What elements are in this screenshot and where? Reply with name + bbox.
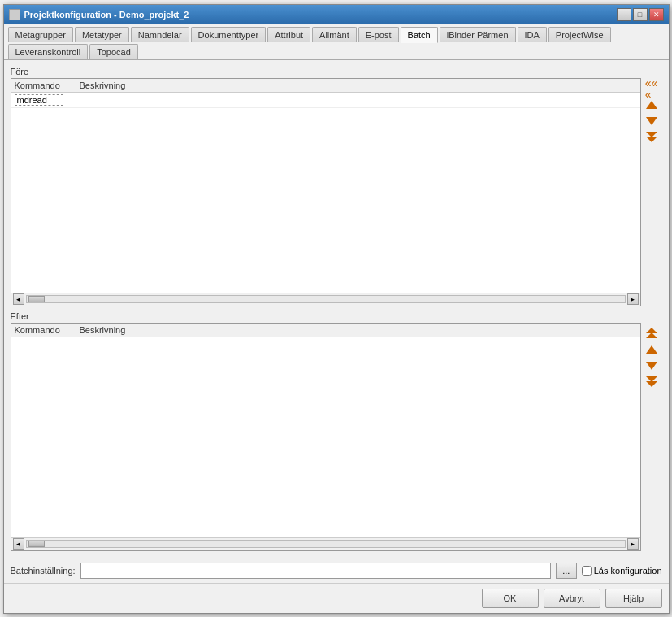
maximize-button[interactable]: □ (633, 8, 648, 21)
fore-hscroll-left[interactable]: ◄ (13, 293, 24, 305)
las-checkbox[interactable] (582, 566, 592, 576)
title-bar-left: Projektkonfiguration - Demo_projekt_2 (9, 9, 189, 20)
las-checkbox-area: Lås konfiguration (582, 566, 662, 576)
fore-row-beskrivning (76, 93, 640, 107)
efter-hscroll-thumb (28, 541, 45, 547)
table-row[interactable] (11, 93, 640, 108)
efter-arrow-bottom[interactable] (643, 375, 661, 389)
efter-hscroll-left[interactable]: ◄ (13, 538, 24, 550)
fore-arrow-bottom[interactable] (643, 130, 661, 145)
svg-marker-6 (646, 345, 657, 354)
fore-side-arrows: ««« (641, 78, 662, 306)
tab-epost[interactable]: E-post (358, 27, 399, 42)
efter-table-header: Kommando Beskrivning (11, 324, 640, 337)
fore-table-header: Kommando Beskrivning (11, 79, 640, 93)
browse-button[interactable]: ... (556, 563, 577, 579)
efter-col-kommando-header: Kommando (11, 324, 76, 337)
efter-hscroll-right[interactable]: ► (627, 538, 639, 550)
fore-col-kommando-header: Kommando (11, 79, 76, 92)
fore-arrow-down[interactable] (643, 114, 661, 128)
efter-col-beskrivning-header: Beskrivning (76, 324, 640, 337)
fore-hscroll-track[interactable] (26, 295, 626, 303)
fore-col-beskrivning-header: Beskrivning (76, 79, 640, 92)
efter-hscroll: ◄ ► (11, 537, 640, 550)
fore-arrow-top[interactable]: ««« (643, 81, 661, 96)
app-icon (9, 9, 20, 20)
efter-label: Efter (11, 311, 662, 321)
svg-marker-4 (646, 328, 657, 333)
tab-bar: Metagrupper Metatyper Namndelar Dokument… (4, 24, 669, 60)
tab-namndelar[interactable]: Namndelar (131, 27, 189, 42)
svg-marker-0 (646, 101, 657, 109)
svg-marker-7 (646, 362, 657, 370)
bottom-bar: Batchinställning: ... Lås konfiguration (4, 558, 669, 583)
fore-hscroll: ◄ ► (11, 293, 640, 306)
batch-input[interactable] (80, 563, 551, 579)
minimize-button[interactable]: ─ (617, 8, 631, 21)
svg-marker-2 (646, 132, 657, 137)
fore-hscroll-thumb (28, 296, 45, 302)
main-window: Projektkonfiguration - Demo_projekt_2 ─ … (3, 4, 670, 614)
tab-topocad[interactable]: Topocad (89, 44, 138, 59)
fore-section: Före Kommando Beskrivning (11, 67, 662, 306)
fore-kommando-input[interactable] (15, 94, 63, 106)
fore-arrow-up[interactable] (643, 98, 661, 112)
fore-row-kommando[interactable] (11, 93, 76, 107)
cancel-button[interactable]: Avbryt (544, 589, 600, 608)
batch-content: Före Kommando Beskrivning (4, 60, 669, 558)
fore-table-container: Kommando Beskrivning ◄ (11, 78, 662, 306)
efter-table-wrapper: Kommando Beskrivning ◄ ► (11, 323, 641, 551)
ok-button[interactable]: OK (482, 589, 539, 608)
title-controls: ─ □ ✕ (617, 8, 664, 21)
efter-section: Efter Kommando Beskrivning ◄ ► (11, 311, 662, 551)
tab-projectwise[interactable]: ProjectWise (548, 27, 611, 42)
tab-metatyper[interactable]: Metatyper (75, 27, 129, 42)
fore-table-body (11, 93, 640, 293)
close-button[interactable]: ✕ (649, 8, 664, 21)
tab-attribut[interactable]: Attribut (267, 27, 310, 42)
efter-arrow-up[interactable] (643, 342, 661, 357)
button-bar: OK Avbryt Hjälp (4, 583, 669, 613)
las-label: Lås konfiguration (594, 566, 662, 576)
svg-marker-3 (646, 137, 657, 142)
fore-table-wrapper: Kommando Beskrivning ◄ (11, 78, 641, 306)
tab-metagrupper[interactable]: Metagrupper (8, 27, 73, 42)
svg-marker-1 (646, 117, 657, 125)
svg-marker-5 (646, 332, 657, 338)
tab-allmant[interactable]: Allmänt (312, 27, 357, 42)
title-bar: Projektkonfiguration - Demo_projekt_2 ─ … (4, 5, 669, 24)
tab-ibinder[interactable]: iBinder Pärmen (440, 27, 516, 42)
batch-label: Batchinställning: (11, 566, 76, 576)
efter-table-body (11, 337, 640, 537)
window-title: Projektkonfiguration - Demo_projekt_2 (24, 10, 189, 20)
tab-batch[interactable]: Batch (401, 27, 438, 43)
efter-side-arrows (641, 323, 662, 551)
efter-arrow-top[interactable] (643, 326, 661, 341)
fore-hscroll-right[interactable]: ► (627, 293, 639, 305)
tab-leveranskontroll[interactable]: Leveranskontroll (8, 44, 89, 59)
fore-label: Före (11, 67, 662, 76)
efter-table-container: Kommando Beskrivning ◄ ► (11, 323, 662, 551)
help-button[interactable]: Hjälp (605, 589, 662, 608)
svg-marker-8 (646, 376, 657, 382)
efter-hscroll-track[interactable] (26, 540, 626, 548)
tab-dokumenttyper[interactable]: Dokumenttyper (191, 27, 267, 42)
efter-arrow-down[interactable] (643, 358, 661, 373)
svg-marker-9 (646, 381, 657, 387)
tab-ida[interactable]: IDA (518, 27, 547, 42)
